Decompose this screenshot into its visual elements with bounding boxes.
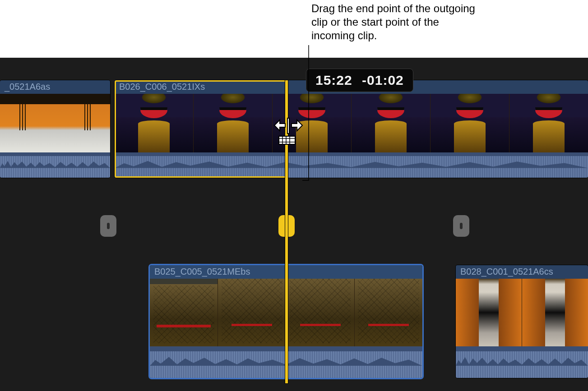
edit-points-row [0,193,588,259]
clip-audio[interactable] [0,152,110,178]
clip-thumbnails [115,94,588,152]
annotation-text: Drag the end point of the outgoing clip … [311,2,483,42]
secondary-storyline-track[interactable]: B025_C005_0521MEbs B028_C001_0521A6cs [0,258,588,380]
primary-clip-0[interactable]: _0521A6as [0,80,110,178]
secondary-clip-1[interactable]: B028_C001_0521A6cs [456,265,588,378]
clip-audio[interactable] [456,346,588,378]
timecode-delta: -01:02 [362,73,404,87]
primary-storyline-track[interactable]: _0521A6as B026_C006_0521IXs [0,80,588,179]
playhead[interactable] [285,80,288,383]
clip-audio[interactable] [115,152,588,178]
trim-timecode-display: 15:22 -01:02 [306,69,413,92]
edit-point-marker[interactable] [453,215,469,237]
clip-thumbnails [0,94,110,152]
timecode-current: 15:22 [315,73,352,87]
clip-title: B028_C001_0521A6cs [456,265,588,279]
edit-point-marker[interactable] [100,215,116,237]
clip-thumbnails [456,279,588,346]
timeline-editor[interactable]: 15:22 -01:02 _0521A6as B026_C006_0521IXs [0,58,588,391]
primary-clip-1[interactable]: B026_C006_0521IXs [115,80,588,178]
clip-title: _0521A6as [0,80,110,94]
